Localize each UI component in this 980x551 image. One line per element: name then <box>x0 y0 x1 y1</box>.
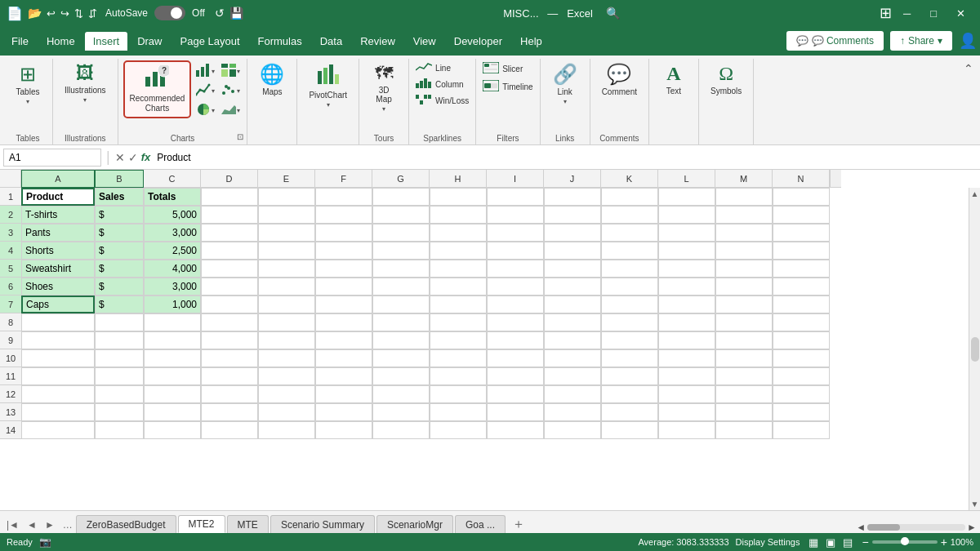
cell-m7[interactable] <box>715 295 773 313</box>
cell-10-11[interactable] <box>658 349 715 367</box>
pivotchart-button[interactable]: PivotChart ▾ <box>304 60 352 130</box>
maximize-button[interactable]: □ <box>922 4 945 23</box>
col-header-f[interactable]: F <box>315 170 372 188</box>
sheet-hscroll-thumb[interactable] <box>867 524 900 531</box>
cell-e7[interactable] <box>258 295 315 313</box>
cell-a2[interactable]: T-shirts <box>21 206 95 224</box>
cell-d1[interactable] <box>201 188 258 206</box>
cell-l6[interactable] <box>658 278 715 295</box>
cell-n3[interactable] <box>773 224 830 242</box>
search-icon[interactable]: 🔍 <box>606 7 620 20</box>
menu-item-file[interactable]: File <box>3 32 37 51</box>
cell-k3[interactable] <box>601 224 658 242</box>
cell-13-10[interactable] <box>601 403 658 421</box>
cell-m5[interactable] <box>715 260 773 278</box>
cell-10-10[interactable] <box>601 349 658 367</box>
col-header-j[interactable]: J <box>544 170 601 188</box>
col-header-a[interactable]: A <box>21 170 95 188</box>
formula-cancel-icon[interactable]: ✕ <box>115 151 125 164</box>
cell-k8[interactable] <box>601 313 658 331</box>
col-header-k[interactable]: K <box>601 170 658 188</box>
cell-h7[interactable] <box>430 295 487 313</box>
cell-11-8[interactable] <box>487 367 544 385</box>
cell-j5[interactable] <box>544 260 601 278</box>
cell-f2[interactable] <box>315 206 372 224</box>
name-box[interactable] <box>3 149 101 167</box>
cell-n5[interactable] <box>773 260 830 278</box>
undo-icon[interactable]: ↩ <box>47 7 56 20</box>
cell-n1[interactable] <box>773 188 830 206</box>
col-header-e[interactable]: E <box>258 170 315 188</box>
menu-item-home[interactable]: Home <box>38 32 83 51</box>
cell-11-5[interactable] <box>315 367 372 385</box>
cell-j8[interactable] <box>544 313 601 331</box>
pie-chart-button[interactable]: ▾ <box>194 101 216 120</box>
cell-a7[interactable]: Caps <box>21 295 95 313</box>
sparkline-line-button[interactable]: Line <box>414 60 470 76</box>
cell-d3[interactable] <box>201 224 258 242</box>
cell-i5[interactable] <box>487 260 544 278</box>
cell-g7[interactable] <box>372 295 430 313</box>
cell-g4[interactable] <box>372 242 430 260</box>
cell-9-7[interactable] <box>430 331 487 349</box>
cell-b6[interactable]: $ <box>95 278 144 295</box>
sheet-nav-prev-prev[interactable]: |◄ <box>3 518 22 531</box>
scroll-up-arrow[interactable]: ▲ <box>971 189 979 198</box>
cell-10-6[interactable] <box>372 349 430 367</box>
row-header-3[interactable]: 3 <box>0 224 21 242</box>
cell-l2[interactable] <box>658 206 715 224</box>
col-header-h[interactable]: H <box>430 170 487 188</box>
cell-h8[interactable] <box>430 313 487 331</box>
recommended-charts-button[interactable]: ? RecommendedCharts <box>123 60 192 118</box>
menu-item-developer[interactable]: Developer <box>446 32 510 51</box>
cell-9-4[interactable] <box>258 331 315 349</box>
cell-13-2[interactable] <box>144 403 201 421</box>
cell-k4[interactable] <box>601 242 658 260</box>
sheet-tab-scenario-summary[interactable]: Scenario Summary <box>270 515 375 533</box>
cell-h3[interactable] <box>430 224 487 242</box>
cell-12-7[interactable] <box>430 385 487 403</box>
cell-14-12[interactable] <box>715 421 773 439</box>
col-header-i[interactable]: I <box>487 170 544 188</box>
autosave-toggle[interactable] <box>154 6 185 20</box>
symbols-button[interactable]: Ω Symbols <box>706 60 746 130</box>
cell-a4[interactable]: Shorts <box>21 242 95 260</box>
cell-12-2[interactable] <box>144 385 201 403</box>
sheet-hscroll-right[interactable]: ► <box>967 522 977 533</box>
cell-10-8[interactable] <box>487 349 544 367</box>
cell-13-1[interactable] <box>95 403 144 421</box>
menu-item-formulas[interactable]: Formulas <box>250 32 310 51</box>
cell-9-9[interactable] <box>544 331 601 349</box>
sheet-nav-next[interactable]: ► <box>42 518 58 531</box>
cell-9-1[interactable] <box>95 331 144 349</box>
maps-button[interactable]: 🌐 Maps <box>254 60 290 130</box>
redo-icon[interactable]: ↪ <box>60 7 69 20</box>
cell-f6[interactable] <box>315 278 372 295</box>
cell-11-9[interactable] <box>544 367 601 385</box>
cell-c3[interactable]: 3,000 <box>144 224 201 242</box>
cell-j3[interactable] <box>544 224 601 242</box>
cell-14-1[interactable] <box>95 421 144 439</box>
cell-13-12[interactable] <box>715 403 773 421</box>
cell-d8[interactable] <box>201 313 258 331</box>
user-icon[interactable]: 👤 <box>959 32 977 50</box>
cell-14-8[interactable] <box>487 421 544 439</box>
cell-f8[interactable] <box>315 313 372 331</box>
cell-g5[interactable] <box>372 260 430 278</box>
cell-n6[interactable] <box>773 278 830 295</box>
sheet-nav-more[interactable]: … <box>60 518 76 531</box>
close-button[interactable]: ✕ <box>948 4 973 23</box>
cell-e3[interactable] <box>258 224 315 242</box>
cell-11-11[interactable] <box>658 367 715 385</box>
row-header-7[interactable]: 7 <box>0 295 21 313</box>
share-button[interactable]: ↑ Share ▾ <box>890 31 952 51</box>
cell-l3[interactable] <box>658 224 715 242</box>
scatter-chart-button[interactable]: ▾ <box>220 82 242 100</box>
cell-l5[interactable] <box>658 260 715 278</box>
row-header-11[interactable]: 11 <box>0 367 21 385</box>
cell-n2[interactable] <box>773 206 830 224</box>
comments-button[interactable]: 💬 💬 Comments <box>786 31 884 51</box>
sparkline-column-button[interactable]: Column <box>414 77 470 92</box>
col-header-b[interactable]: B <box>95 170 144 188</box>
cell-c6[interactable]: 3,000 <box>144 278 201 295</box>
